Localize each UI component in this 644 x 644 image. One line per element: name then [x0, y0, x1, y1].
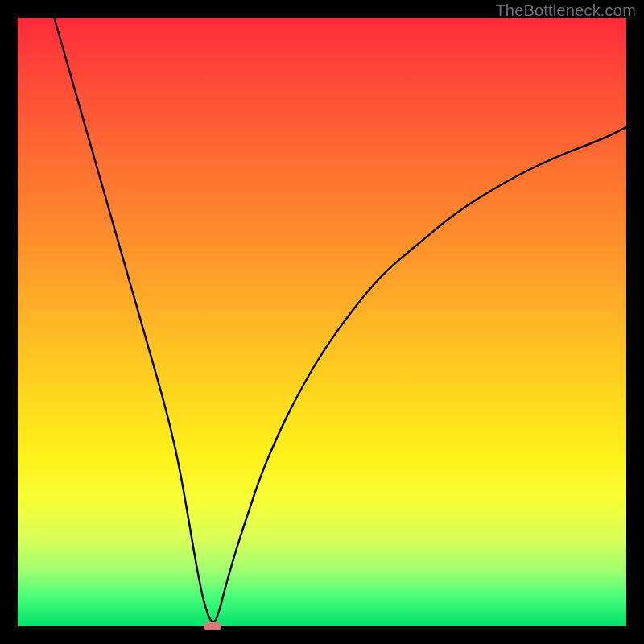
chart-frame: TheBottleneck.com [0, 0, 644, 644]
bottleneck-curve [18, 18, 626, 626]
optimal-marker [204, 622, 221, 630]
watermark-text: TheBottleneck.com [495, 2, 636, 20]
plot-area [18, 18, 626, 626]
